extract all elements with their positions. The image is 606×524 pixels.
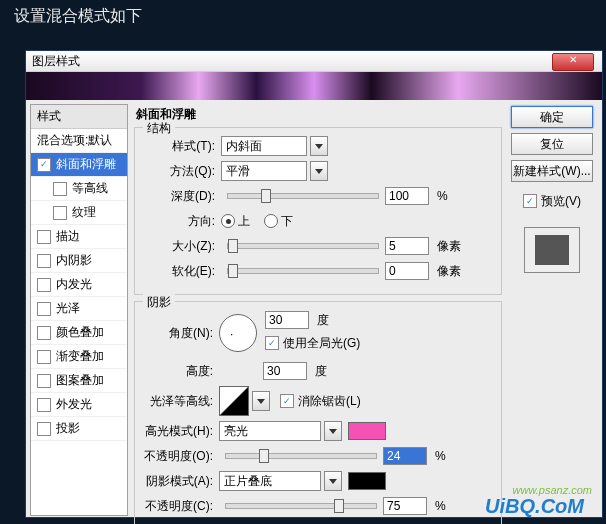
size-value[interactable]: 5 xyxy=(385,237,429,255)
chevron-down-icon xyxy=(329,479,337,484)
sidebar-item-label: 斜面和浮雕 xyxy=(56,156,116,173)
style-sidebar: 样式 混合选项:默认 斜面和浮雕等高线纹理描边内阴影内发光光泽颜色叠加渐变叠加图… xyxy=(30,104,128,516)
sidebar-item-1[interactable]: 等高线 xyxy=(31,177,127,201)
cancel-button[interactable]: 复位 xyxy=(511,133,593,155)
preview-label: 预览(V) xyxy=(541,193,581,210)
shadow-opacity-slider[interactable] xyxy=(225,503,377,509)
highlight-mode-label: 高光模式(H): xyxy=(143,423,219,440)
sidebar-item-label: 内发光 xyxy=(56,276,92,293)
sidebar-item-9[interactable]: 图案叠加 xyxy=(31,369,127,393)
sidebar-item-8[interactable]: 渐变叠加 xyxy=(31,345,127,369)
ok-button[interactable]: 确定 xyxy=(511,106,593,128)
sidebar-header[interactable]: 样式 xyxy=(31,105,127,129)
sidebar-checkbox[interactable] xyxy=(37,278,51,292)
direction-up-label: 上 xyxy=(238,213,250,230)
angle-dial[interactable] xyxy=(219,314,257,352)
angle-unit: 度 xyxy=(317,312,329,329)
shadow-mode-combo[interactable]: 正片叠底 xyxy=(219,471,321,491)
sidebar-item-3[interactable]: 描边 xyxy=(31,225,127,249)
antialias-label: 消除锯齿(L) xyxy=(298,393,361,410)
direction-up-radio[interactable] xyxy=(221,214,235,228)
soften-unit: 像素 xyxy=(437,263,461,280)
size-slider[interactable] xyxy=(227,243,379,249)
altitude-label: 高度: xyxy=(143,363,219,380)
sidebar-item-11[interactable]: 投影 xyxy=(31,417,127,441)
sidebar-item-label: 图案叠加 xyxy=(56,372,104,389)
depth-unit: % xyxy=(437,189,448,203)
shadow-mode-combo-btn[interactable] xyxy=(324,471,342,491)
shadow-color-swatch[interactable] xyxy=(348,472,386,490)
technique-label: 方法(Q): xyxy=(143,163,221,180)
sidebar-checkbox[interactable] xyxy=(53,206,67,220)
new-style-button[interactable]: 新建样式(W)... xyxy=(511,160,593,182)
highlight-opacity-slider[interactable] xyxy=(225,453,377,459)
preview-checkbox[interactable] xyxy=(523,194,537,208)
layer-style-dialog: 图层样式 ✕ 样式 混合选项:默认 斜面和浮雕等高线纹理描边内阴影内发光光泽颜色… xyxy=(25,50,603,518)
style-combo-btn[interactable] xyxy=(310,136,328,156)
gloss-label: 光泽等高线: xyxy=(143,393,219,410)
sidebar-item-label: 投影 xyxy=(56,420,80,437)
soften-value[interactable]: 0 xyxy=(385,262,429,280)
sidebar-checkbox[interactable] xyxy=(37,374,51,388)
depth-slider[interactable] xyxy=(227,193,379,199)
global-light-checkbox[interactable] xyxy=(265,336,279,350)
preview-box xyxy=(524,227,580,273)
highlight-mode-combo[interactable]: 亮光 xyxy=(219,421,321,441)
structure-group: 结构 样式(T): 内斜面 方法(Q): 平滑 深度(D): 100 % xyxy=(134,127,502,295)
sidebar-item-0[interactable]: 斜面和浮雕 xyxy=(31,153,127,177)
sidebar-item-label: 外发光 xyxy=(56,396,92,413)
title-decoration xyxy=(26,72,602,100)
sidebar-item-2[interactable]: 纹理 xyxy=(31,201,127,225)
highlight-opacity-label: 不透明度(O): xyxy=(143,448,219,465)
panel-title: 斜面和浮雕 xyxy=(134,104,502,127)
preview-swatch xyxy=(535,235,569,265)
sidebar-item-label: 光泽 xyxy=(56,300,80,317)
style-combo[interactable]: 内斜面 xyxy=(221,136,307,156)
sidebar-checkbox[interactable] xyxy=(37,422,51,436)
sidebar-item-blend-defaults[interactable]: 混合选项:默认 xyxy=(31,129,127,153)
highlight-opacity-value[interactable]: 24 xyxy=(383,447,427,465)
highlight-opacity-unit: % xyxy=(435,449,446,463)
direction-label: 方向: xyxy=(143,213,221,230)
sidebar-checkbox[interactable] xyxy=(37,254,51,268)
sidebar-checkbox[interactable] xyxy=(53,182,67,196)
gloss-contour[interactable] xyxy=(219,386,249,416)
antialias-checkbox[interactable] xyxy=(280,394,294,408)
shading-group: 阴影 角度(N): 30 度 使用全局光(G) xyxy=(134,301,502,524)
sidebar-item-label: 颜色叠加 xyxy=(56,324,104,341)
shadow-mode-label: 阴影模式(A): xyxy=(143,473,219,490)
gloss-combo-btn[interactable] xyxy=(252,391,270,411)
sidebar-checkbox[interactable] xyxy=(37,398,51,412)
direction-down-radio[interactable] xyxy=(264,214,278,228)
altitude-unit: 度 xyxy=(315,363,327,380)
sidebar-item-6[interactable]: 光泽 xyxy=(31,297,127,321)
soften-label: 软化(E): xyxy=(143,263,221,280)
chevron-down-icon xyxy=(257,399,265,404)
sidebar-checkbox[interactable] xyxy=(37,326,51,340)
depth-value[interactable]: 100 xyxy=(385,187,429,205)
highlight-mode-combo-btn[interactable] xyxy=(324,421,342,441)
altitude-value[interactable]: 30 xyxy=(263,362,307,380)
sidebar-item-5[interactable]: 内发光 xyxy=(31,273,127,297)
right-panel: 确定 复位 新建样式(W)... 预览(V) xyxy=(506,100,602,516)
sidebar-checkbox[interactable] xyxy=(37,302,51,316)
sidebar-checkbox[interactable] xyxy=(37,350,51,364)
angle-value[interactable]: 30 xyxy=(265,311,309,329)
main-panel: 斜面和浮雕 结构 样式(T): 内斜面 方法(Q): 平滑 深度(D): 100 xyxy=(128,100,506,516)
sidebar-item-10[interactable]: 外发光 xyxy=(31,393,127,417)
technique-combo[interactable]: 平滑 xyxy=(221,161,307,181)
technique-combo-btn[interactable] xyxy=(310,161,328,181)
depth-label: 深度(D): xyxy=(143,188,221,205)
sidebar-checkbox[interactable] xyxy=(37,158,51,172)
titlebar[interactable]: 图层样式 ✕ xyxy=(26,51,602,72)
sidebar-item-4[interactable]: 内阴影 xyxy=(31,249,127,273)
sidebar-checkbox[interactable] xyxy=(37,230,51,244)
instruction-label: 设置混合模式如下 xyxy=(14,6,142,27)
soften-slider[interactable] xyxy=(227,268,379,274)
watermark-logo: UiBQ.CoM xyxy=(485,495,584,518)
shadow-opacity-value[interactable]: 75 xyxy=(383,497,427,515)
sidebar-item-7[interactable]: 颜色叠加 xyxy=(31,321,127,345)
shading-label: 阴影 xyxy=(143,294,175,311)
close-button[interactable]: ✕ xyxy=(552,53,594,71)
highlight-color-swatch[interactable] xyxy=(348,422,386,440)
